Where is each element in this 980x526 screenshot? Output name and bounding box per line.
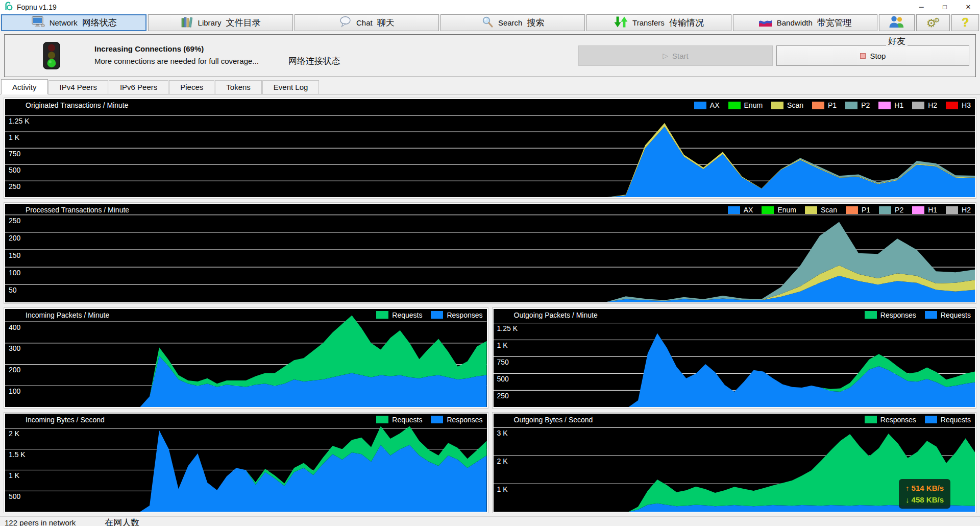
legend-swatch xyxy=(912,102,924,109)
toolbar-tab-bandwidth[interactable]: Bandwidth带宽管理 xyxy=(733,14,877,31)
chart-outgoing-packets: 1.25 K1 K750500250Outgoing Packets / Min… xyxy=(493,308,976,408)
chat-icon xyxy=(339,16,352,30)
series-ax xyxy=(5,276,975,302)
toolbar-tab-label-zh: 聊天 xyxy=(377,17,395,29)
y-tick-label: 400 xyxy=(9,323,20,331)
y-tick-label: 1 K xyxy=(9,471,19,480)
library-icon xyxy=(181,16,193,30)
toolbar-tab-library[interactable]: Library文件目录 xyxy=(148,14,292,31)
tab-event-log[interactable]: Event Log xyxy=(262,80,320,94)
chart-legend: ResponsesRequests xyxy=(865,416,971,424)
y-tick-label: 1 K xyxy=(9,133,19,141)
toolbar-tab-transfers[interactable]: Transfers传输情况 xyxy=(586,14,731,31)
status-title: Increasing Connections (69%) xyxy=(94,44,340,53)
minimize-button[interactable]: ─ xyxy=(910,0,933,14)
y-tick-label: 300 xyxy=(9,344,20,352)
y-tick-label: 750 xyxy=(497,358,509,366)
legend-item-h3: H3 xyxy=(946,101,971,109)
y-tick-label: 150 xyxy=(9,251,20,259)
toolbar-tab-search[interactable]: Search搜索 xyxy=(440,14,585,31)
y-tick-label: 2 K xyxy=(9,429,19,438)
toolbar-tab-label-zh: 传输情况 xyxy=(669,17,704,29)
y-tick-label: 1.25 K xyxy=(9,117,29,125)
tab-activity[interactable]: Activity xyxy=(1,79,48,94)
y-tick-label: 200 xyxy=(9,366,20,374)
settings-button[interactable]: ⚙⚙ xyxy=(916,14,950,31)
legend-swatch xyxy=(946,102,958,109)
fopnu-logo-icon xyxy=(4,2,13,13)
chart-title: Outgoing Packets / Minute xyxy=(514,311,598,319)
legend-item-requests: Requests xyxy=(376,416,422,424)
legend-swatch xyxy=(431,311,443,319)
network-icon xyxy=(31,16,45,30)
legend-item-p1: P1 xyxy=(812,101,837,109)
legend-swatch xyxy=(805,206,817,214)
chart-title: Incoming Bytes / Second xyxy=(26,416,105,424)
chart-incoming-packets: 400300200100Incoming Packets / MinuteReq… xyxy=(4,308,488,408)
legend-swatch xyxy=(846,206,858,214)
legend-item-responses: Responses xyxy=(431,416,482,424)
peers-count-zh: 在网人数 xyxy=(105,517,139,526)
legend-item-p1: P1 xyxy=(846,206,870,214)
transfer-speed-tooltip: ↑ 514 KB/s↓ 458 KB/s xyxy=(899,479,950,509)
stop-button-label: Stop xyxy=(870,52,886,60)
legend-swatch xyxy=(865,311,877,319)
series-ax xyxy=(5,127,975,197)
toolbar-tab-label-zh: 带宽管理 xyxy=(817,17,852,29)
start-button[interactable]: ▷ Start xyxy=(578,45,773,66)
tab-ipv6-peers[interactable]: IPv6 Peers xyxy=(109,80,168,94)
tab-ipv4-peers[interactable]: IPv4 Peers xyxy=(48,80,108,94)
chart-incoming-bytes: 2 K1.5 K1 K500Incoming Bytes / SecondReq… xyxy=(4,413,488,513)
chart-plot xyxy=(494,309,975,407)
legend-swatch xyxy=(771,102,783,109)
tab-pieces[interactable]: Pieces xyxy=(169,80,214,94)
chart-plot xyxy=(5,204,975,302)
window-controls: ─ □ ✕ xyxy=(910,0,980,14)
legend-item-responses: Responses xyxy=(431,311,482,319)
legend-swatch xyxy=(946,206,958,214)
start-button-label: Start xyxy=(672,52,689,60)
toolbar-tab-network[interactable]: Network网络状态 xyxy=(1,14,146,31)
toolbar-tab-label: Library xyxy=(198,18,222,27)
traffic-light-icon xyxy=(41,42,62,69)
chart-plot xyxy=(5,414,487,512)
help-icon: ? xyxy=(962,16,969,30)
legend-swatch xyxy=(845,102,857,109)
toolbar-tab-label-zh: 网络状态 xyxy=(82,17,117,29)
legend-item-h2: H2 xyxy=(912,101,937,109)
legend-item-requests: Requests xyxy=(925,311,971,319)
friends-button[interactable]: 好友 xyxy=(879,14,915,31)
y-tick-label: 1 K xyxy=(497,485,508,493)
legend-item-scan: Scan xyxy=(805,206,837,214)
legend-swatch xyxy=(912,206,924,214)
y-tick-label: 250 xyxy=(9,182,20,190)
y-tick-label: 500 xyxy=(497,375,509,383)
gears-icon: ⚙⚙ xyxy=(926,17,940,29)
maximize-button[interactable]: □ xyxy=(933,0,957,14)
tab-tokens[interactable]: Tokens xyxy=(215,80,262,94)
chart-processed-transactions: 25020015010050Processed Transactions / M… xyxy=(4,203,976,303)
close-button[interactable]: ✕ xyxy=(957,0,980,14)
help-button[interactable]: ? xyxy=(951,14,979,31)
legend-item-ax: AX xyxy=(694,101,720,109)
toolbar-tab-label: Bandwidth xyxy=(777,18,813,27)
y-tick-label: 250 xyxy=(9,217,20,225)
status-subtitle-zh: 网络连接状态 xyxy=(288,55,340,67)
status-text-block: Increasing Connections (69%) More connec… xyxy=(94,44,340,67)
toolbar-tab-label: Network xyxy=(50,18,78,27)
play-icon: ▷ xyxy=(663,52,668,60)
legend-swatch xyxy=(925,416,937,423)
network-sub-tabs: ActivityIPv4 PeersIPv6 PeersPiecesTokens… xyxy=(0,79,980,94)
toolbar-tab-chat[interactable]: Chat聊天 xyxy=(295,14,439,31)
legend-item-enum: Enum xyxy=(728,101,763,109)
connection-status-panel: Increasing Connections (69%) More connec… xyxy=(4,34,976,77)
y-tick-label: 250 xyxy=(497,392,509,400)
legend-item-h1: H1 xyxy=(912,206,937,214)
y-tick-label: 3 K xyxy=(497,429,508,437)
legend-swatch xyxy=(878,102,891,109)
stop-button[interactable]: Stop xyxy=(776,45,969,66)
chart-outgoing-bytes: 3 K2 K1 KOutgoing Bytes / SecondResponse… xyxy=(493,413,976,513)
download-speed: ↓ 458 KB/s xyxy=(905,494,944,506)
chart-title: Outgoing Bytes / Second xyxy=(514,416,593,424)
y-tick-label: 50 xyxy=(9,286,17,294)
